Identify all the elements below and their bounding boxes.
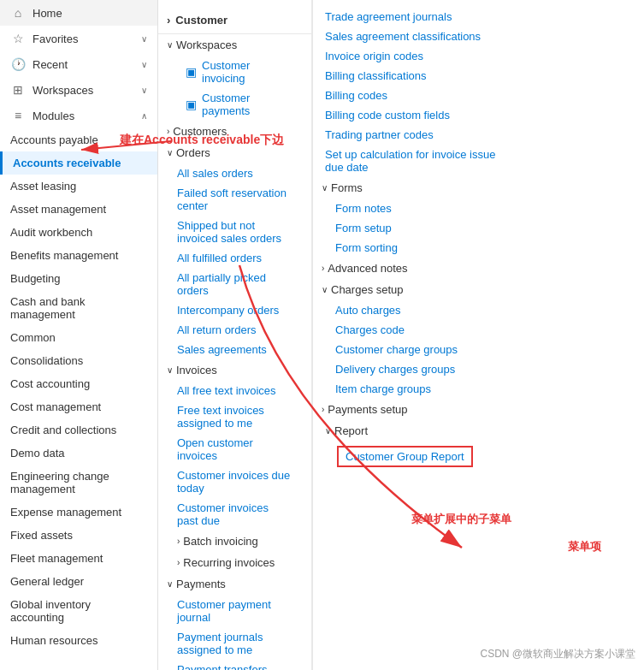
report-section[interactable]: ∨ Report — [313, 420, 526, 442]
invoice-all-free-text[interactable]: All free text invoices — [158, 381, 311, 400]
sidebar-item-cash-bank[interactable]: Cash and bank management — [0, 290, 157, 326]
link-charges-code[interactable]: Charges code — [313, 320, 526, 340]
orders-section[interactable]: ∨ Orders — [158, 142, 311, 163]
link-delivery-charges-groups[interactable]: Delivery charges groups — [313, 359, 526, 379]
sidebar-item-fleet-management[interactable]: Fleet management — [0, 547, 157, 570]
link-sales-agreement-classifications[interactable]: Sales agreement classifications — [313, 27, 526, 46]
grid-icon: ⊞ — [10, 82, 26, 98]
sidebar-item-modules[interactable]: ≡ Modules ∧ — [0, 103, 157, 128]
payment-transfers[interactable]: Payment transfers — [158, 660, 311, 670]
payments-section[interactable]: ∨ Payments — [158, 573, 311, 595]
chevron-up-icon: ∧ — [141, 111, 147, 121]
order-all-fulfilled[interactable]: All fulfilled orders — [158, 248, 311, 268]
chevron-down-icon: ∨ — [325, 426, 331, 436]
order-partially-picked[interactable]: All partially picked orders — [158, 268, 311, 300]
sidebar-item-budgeting[interactable]: Budgeting — [0, 267, 157, 290]
recurring-invoices-section[interactable]: › Recurring invoices — [158, 552, 311, 573]
link-trade-agreement-journals[interactable]: Trade agreement journals — [313, 7, 526, 27]
sidebar-item-benefits-management[interactable]: Benefits management — [0, 244, 157, 267]
annotation-menu-item: 菜单项 — [568, 539, 601, 554]
left-sidebar: ⌂ Home ☆ Favorites ∨ 🕐 Recent ∨ ⊞ Worksp… — [0, 0, 158, 670]
payments-setup-section[interactable]: › Payments setup — [313, 399, 526, 420]
link-trading-partner-codes[interactable]: Trading partner codes — [313, 125, 526, 145]
home-icon: ⌂ — [10, 5, 26, 21]
link-customer-charge-groups[interactable]: Customer charge groups — [313, 340, 526, 359]
link-form-setup[interactable]: Form setup — [313, 218, 526, 238]
sidebar-item-recent[interactable]: 🕐 Recent ∨ — [0, 51, 157, 77]
link-invoice-origin-codes[interactable]: Invoice origin codes — [313, 46, 526, 66]
clock-icon: 🕐 — [10, 56, 26, 72]
advanced-notes-section[interactable]: › Advanced notes — [313, 258, 526, 279]
chevron-right-icon: › — [322, 264, 324, 273]
customer-header: › Customer — [158, 7, 311, 34]
order-intercompany[interactable]: Intercompany orders — [158, 300, 311, 320]
customer-group-report-container: Customer Group Report — [313, 442, 526, 471]
link-form-notes[interactable]: Form notes — [313, 199, 526, 218]
customer-group-report-link[interactable]: Customer Group Report — [337, 446, 473, 467]
link-billing-codes[interactable]: Billing codes — [313, 86, 526, 105]
sidebar-item-general-ledger[interactable]: General ledger — [0, 570, 157, 593]
sidebar-item-accounts-payable[interactable]: Accounts payable — [0, 128, 157, 151]
workspace-customer-payments[interactable]: ▣ Customer payments — [158, 88, 311, 121]
chevron-down-icon: ∨ — [167, 40, 173, 50]
sidebar-item-fixed-assets[interactable]: Fixed assets — [0, 524, 157, 547]
link-billing-classifications[interactable]: Billing classifications — [313, 66, 526, 86]
sidebar-item-cost-accounting[interactable]: Cost accounting — [0, 372, 157, 395]
payment-customer-journal[interactable]: Customer payment journal — [158, 595, 311, 627]
order-failed-soft[interactable]: Failed soft reservation center — [158, 183, 311, 216]
chevron-down-icon: ∨ — [322, 285, 328, 294]
nav-column-2: › Customer ∨ Workspaces ▣ Customer invoi… — [158, 0, 312, 670]
workspaces-section[interactable]: ∨ Workspaces — [158, 34, 311, 56]
sidebar-item-global-inventory[interactable]: Global inventory accounting — [0, 593, 157, 629]
chevron-down-icon: ∨ — [167, 579, 173, 589]
sidebar-item-home[interactable]: ⌂ Home — [0, 0, 157, 26]
sidebar-item-human-resources[interactable]: Human resources — [0, 629, 157, 652]
sidebar-item-favorites[interactable]: ☆ Favorites ∨ — [0, 26, 157, 51]
order-all-sales[interactable]: All sales orders — [158, 163, 311, 183]
chevron-right-icon: › — [322, 405, 324, 414]
sidebar-item-common[interactable]: Common — [0, 326, 157, 349]
customers-section[interactable]: › Customers — [158, 121, 311, 142]
sidebar-item-accounts-receivable[interactable]: Accounts receivable — [0, 151, 157, 175]
nav-column-3: Trade agreement journals Sales agreement… — [312, 0, 526, 670]
sidebar-item-credit-collections[interactable]: Credit and collections — [0, 418, 157, 442]
sidebar-item-cost-management[interactable]: Cost management — [0, 395, 157, 418]
link-billing-code-custom[interactable]: Billing code custom fields — [313, 105, 526, 125]
link-item-charge-groups[interactable]: Item charge groups — [313, 379, 526, 399]
chevron-right-icon: › — [167, 127, 169, 136]
batch-invoicing-section[interactable]: › Batch invoicing — [158, 531, 311, 552]
sidebar-item-asset-leasing[interactable]: Asset leasing — [0, 175, 157, 198]
chevron-right-icon: › — [177, 558, 180, 567]
sidebar-item-demo-data[interactable]: Demo data — [0, 442, 157, 465]
sidebar-item-engineering-change[interactable]: Engineering change management — [0, 465, 157, 501]
link-auto-charges[interactable]: Auto charges — [313, 300, 526, 320]
link-form-sorting[interactable]: Form sorting — [313, 238, 526, 258]
sidebar-item-consolidations[interactable]: Consolidations — [0, 349, 157, 372]
invoice-due-today[interactable]: Customer invoices due today — [158, 465, 311, 498]
sidebar-item-expense-management[interactable]: Expense management — [0, 501, 157, 524]
invoices-section[interactable]: ∨ Invoices — [158, 359, 311, 381]
order-sales-agreements[interactable]: Sales agreements — [158, 340, 311, 359]
modules-icon: ≡ — [10, 108, 26, 123]
chevron-right-icon: › — [177, 537, 180, 546]
payment-journals-assigned[interactable]: Payment journals assigned to me — [158, 627, 311, 660]
link-set-up-calculation[interactable]: Set up calculation for invoice issue due… — [313, 145, 526, 177]
payment-icon: ▣ — [186, 98, 197, 111]
sidebar-item-workspaces[interactable]: ⊞ Workspaces ∨ — [0, 77, 157, 103]
forms-section[interactable]: ∨ Forms — [313, 177, 526, 199]
chevron-down-icon: ∨ — [167, 365, 173, 375]
invoice-open-customer[interactable]: Open customer invoices — [158, 433, 311, 465]
order-shipped-not-invoiced[interactable]: Shipped but not invoiced sales orders — [158, 216, 311, 248]
invoice-assigned-to-me[interactable]: Free text invoices assigned to me — [158, 400, 311, 433]
order-all-return[interactable]: All return orders — [158, 320, 311, 340]
watermark: CSDN @微软商业解决方案小课堂 — [480, 647, 635, 661]
invoice-past-due[interactable]: Customer invoices past due — [158, 498, 311, 531]
workspace-customer-invoicing[interactable]: ▣ Customer invoicing — [158, 56, 311, 88]
charges-setup-section[interactable]: ∨ Charges setup — [313, 279, 526, 300]
chevron-icon: › — [167, 14, 170, 27]
sidebar-item-asset-management[interactable]: Asset management — [0, 198, 157, 221]
star-icon: ☆ — [10, 31, 26, 46]
sidebar-item-audit-workbench[interactable]: Audit workbench — [0, 221, 157, 244]
chevron-down-icon: ∨ — [167, 148, 173, 157]
chevron-down-icon: ∨ — [322, 183, 328, 193]
